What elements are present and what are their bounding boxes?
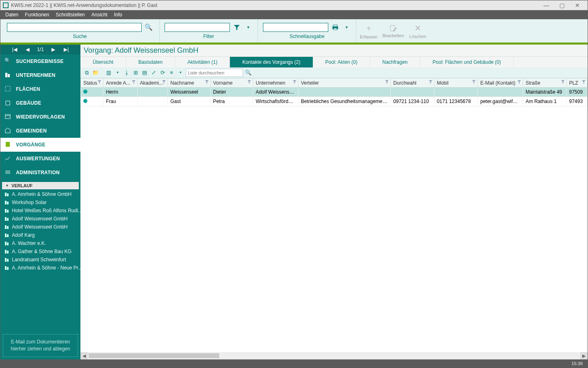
column-header[interactable]: Anrede A... — [103, 79, 137, 88]
menu-funktionen[interactable]: Funktionen — [22, 10, 52, 19]
tab-uebersicht[interactable]: Übersicht — [80, 57, 126, 67]
history-item[interactable]: Adolf Weissenseel GmbH — [0, 223, 80, 231]
refresh-icon[interactable]: ⟳ — [159, 69, 166, 76]
svg-rect-19 — [7, 226, 9, 229]
tab-kontakte[interactable]: Kontakte des Vorgangs (2) — [230, 57, 313, 67]
svg-rect-21 — [7, 234, 9, 237]
sidebar-item-wiedervorlagen[interactable]: WIEDERVORLAGEN — [0, 110, 80, 124]
table-row[interactable]: FrauGastPetraWirtschaftsförder...Betrieb… — [81, 97, 588, 106]
sidebar-item-flaechen[interactable]: FLÄCHEN — [0, 82, 80, 96]
history-item[interactable]: A. Amrhein & Söhne - Neue Pr... — [0, 264, 80, 272]
column-filter-icon[interactable] — [132, 80, 136, 84]
table-cell: 97509 — [566, 88, 587, 97]
grid-search-icon[interactable]: 🔍 — [245, 69, 252, 76]
email-dropzone[interactable]: E-Mail zum Dokumentieren hierher ziehen … — [3, 334, 78, 357]
table-row[interactable]: HerrnWeissenseelDieterAdolf Weissense...… — [81, 88, 588, 97]
columns-icon[interactable]: ▥ — [105, 69, 112, 76]
column-header[interactable]: Nachname — [168, 79, 210, 88]
column-filter-icon[interactable] — [205, 80, 209, 84]
print-icon[interactable] — [331, 23, 340, 32]
column-filter-icon[interactable] — [162, 80, 166, 84]
nav-last-icon[interactable]: ▶| — [62, 47, 70, 52]
column-header[interactable]: PLZ — [566, 79, 587, 88]
municipality-icon — [4, 127, 12, 135]
sidebar-item-unternehmen[interactable]: UNTERNEHMEN — [0, 68, 80, 82]
list-dropdown-icon[interactable]: ▼ — [177, 69, 184, 76]
history-item[interactable]: A. Gather & Söhne Bau KG — [0, 247, 80, 256]
column-filter-icon[interactable] — [98, 80, 101, 84]
sidebar-item-auswertungen[interactable]: AUSWERTUNGEN — [0, 152, 80, 166]
column-filter-icon[interactable] — [582, 80, 586, 84]
export-down-icon[interactable]: ⭳ — [123, 69, 130, 76]
column-header[interactable]: Akademi... — [137, 79, 168, 88]
column-header[interactable]: Straße — [523, 79, 567, 88]
sidebar-item-vorgaenge[interactable]: VORGÄNGE — [0, 138, 80, 152]
history-item[interactable]: Hotel Weißes Roß Alfons Rudl... — [0, 206, 80, 215]
history-item[interactable]: Adolf Weissenseel GmbH — [0, 215, 80, 223]
column-filter-icon[interactable] — [517, 80, 521, 84]
nav-prev-icon[interactable]: ◀ — [24, 47, 31, 52]
quickoutput-input[interactable] — [263, 23, 328, 32]
erfassen-button[interactable]: ＋ Erfassen — [356, 19, 381, 43]
tab-pool-flaechen[interactable]: Pool: Flächen und Gebäude (0) — [420, 57, 513, 67]
minimize-button[interactable]: — — [539, 2, 554, 9]
close-button[interactable]: ✕ — [570, 2, 585, 9]
horizontal-scrollbar[interactable]: ◀ ▶ — [80, 352, 588, 359]
list-icon[interactable]: ≡ — [168, 69, 175, 76]
column-header[interactable]: Vorname — [210, 79, 253, 88]
column-filter-icon[interactable] — [293, 80, 296, 84]
maximize-button[interactable]: ▢ — [554, 2, 570, 9]
column-filter-icon[interactable] — [561, 80, 565, 84]
filter-dropdown-icon[interactable]: ▼ — [244, 23, 253, 32]
column-header[interactable]: Durchwahl — [391, 79, 434, 88]
column-header[interactable]: Verteiler — [298, 79, 391, 88]
history-item-icon — [4, 200, 9, 205]
expand-icon[interactable]: ⤢ — [150, 69, 157, 76]
copy-icon[interactable]: ⧉ — [83, 69, 90, 76]
column-filter-icon[interactable] — [247, 80, 251, 84]
loeschen-button[interactable]: ✕ Löschen — [405, 19, 430, 43]
column-filter-icon[interactable] — [385, 80, 389, 84]
menu-ansicht[interactable]: Ansicht — [88, 10, 111, 19]
column-filter-icon[interactable] — [472, 80, 476, 84]
sidebar-item-suchergebnisse[interactable]: 🔍 SUCHERGEBNISSE — [0, 54, 80, 68]
history-item[interactable]: A. Wachter e.K. — [0, 239, 80, 247]
filter-input[interactable] — [165, 23, 230, 32]
filter-icon[interactable] — [232, 23, 241, 32]
menu-daten[interactable]: Daten — [2, 10, 22, 19]
tab-basisdaten[interactable]: Basisdaten — [126, 57, 175, 67]
scroll-left-icon[interactable]: ◀ — [80, 352, 88, 359]
column-header[interactable]: Status — [81, 79, 103, 88]
columns-dropdown-icon[interactable]: ▼ — [114, 69, 121, 76]
history-item[interactable]: Landratsamt Schweinfurt — [0, 256, 80, 264]
history-item[interactable]: A. Amrhein & Söhne GmbH — [0, 190, 80, 198]
column-header[interactable]: Unternehmen — [253, 79, 298, 88]
scroll-right-icon[interactable]: ▶ — [580, 352, 588, 359]
grid-search-input[interactable] — [186, 69, 243, 77]
history-item[interactable]: Adolf Karg — [0, 231, 80, 239]
nav-next-icon[interactable]: ▶ — [49, 47, 57, 52]
column-filter-icon[interactable] — [429, 80, 432, 84]
nav-first-icon[interactable]: |◀ — [11, 47, 18, 52]
column-header[interactable]: E-Mail (Kontakt) — [478, 79, 523, 88]
scroll-thumb[interactable] — [89, 353, 219, 358]
tab-aktivitaeten[interactable]: Aktivitäten (1) — [175, 57, 230, 67]
tab-nachfragen[interactable]: Nachfragen — [370, 57, 420, 67]
column-header[interactable]: Mobil — [434, 79, 478, 88]
quickoutput-dropdown-icon[interactable]: ▼ — [342, 23, 351, 32]
history-item[interactable]: Workshop Solar — [0, 198, 80, 206]
sidebar-item-gebaeude[interactable]: GEBÄUDE — [0, 96, 80, 110]
search-input[interactable] — [7, 23, 142, 32]
tab-pool-akten[interactable]: Pool: Akten (0) — [313, 57, 370, 67]
bearbeiten-button[interactable]: Bearbeiten — [381, 19, 405, 43]
sidebar-item-administration[interactable]: ADMINISTRATION — [0, 166, 80, 180]
area-icon — [4, 85, 12, 93]
search-icon[interactable]: 🔍 — [144, 23, 153, 32]
folder-icon[interactable]: 📁 — [92, 69, 99, 76]
history-header[interactable]: VERLAUF — [2, 182, 79, 189]
menu-info[interactable]: Info — [111, 10, 125, 19]
sidebar-item-gemeinden[interactable]: GEMEINDEN — [0, 124, 80, 138]
menu-schnittstellen[interactable]: Schnittstellen — [52, 10, 88, 19]
excel-export-icon[interactable]: ⊞ — [132, 69, 139, 76]
layout-icon[interactable]: ▤ — [141, 69, 148, 76]
